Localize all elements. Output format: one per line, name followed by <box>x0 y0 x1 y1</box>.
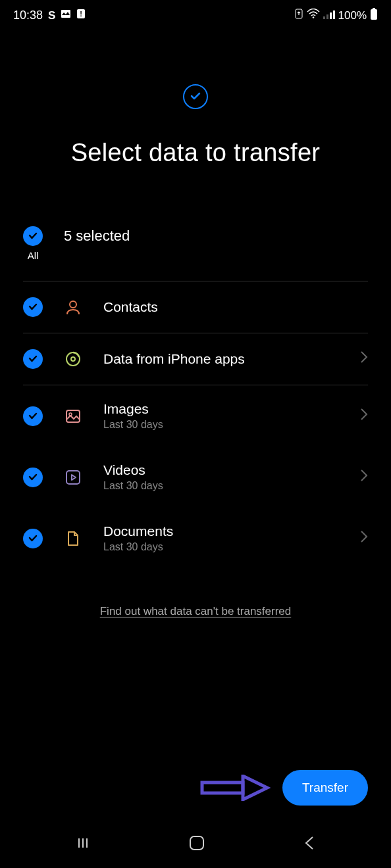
item-subtitle: Last 30 days <box>103 541 339 553</box>
item-row-images[interactable]: ImagesLast 30 days <box>23 385 368 446</box>
svg-point-11 <box>70 301 76 308</box>
appdata-icon <box>64 350 82 368</box>
svg-rect-21 <box>190 836 203 850</box>
documents-icon <box>64 529 82 548</box>
svg-rect-6 <box>326 14 328 19</box>
battery-pct: 100% <box>338 9 367 22</box>
item-title: Images <box>103 401 339 417</box>
chevron-right-icon <box>360 469 368 486</box>
select-all-check[interactable]: All <box>23 226 43 261</box>
contacts-icon <box>64 298 82 316</box>
transfer-button[interactable]: Transfer <box>282 770 368 806</box>
svg-point-4 <box>312 16 314 18</box>
item-text: ImagesLast 30 days <box>103 401 339 431</box>
chevron-right-icon <box>360 408 368 425</box>
item-subtitle: Last 30 days <box>103 419 339 431</box>
check-icon[interactable] <box>23 529 43 548</box>
alert-icon: ! <box>76 9 86 22</box>
select-all-row[interactable]: All 5 selected <box>23 226 368 281</box>
check-icon[interactable] <box>23 406 43 426</box>
svg-rect-9 <box>373 8 375 9</box>
item-title: Contacts <box>103 299 368 315</box>
svg-text:!: ! <box>80 10 83 18</box>
nav-bar <box>0 825 391 861</box>
selected-count: 5 selected <box>64 228 130 245</box>
videos-icon <box>64 468 82 487</box>
check-icon[interactable] <box>23 349 43 369</box>
item-title: Videos <box>103 462 339 478</box>
check-icon[interactable] <box>23 468 43 487</box>
check-icon <box>23 226 43 246</box>
svg-rect-17 <box>202 783 243 793</box>
items-list: ContactsData from iPhone appsImagesLast … <box>23 281 368 569</box>
item-text: VideosLast 30 days <box>103 462 339 492</box>
svg-rect-5 <box>323 16 325 19</box>
nav-back-button[interactable] <box>303 835 316 851</box>
transfer-area: Transfer <box>198 770 368 806</box>
svg-point-13 <box>71 357 75 361</box>
item-text: DocumentsLast 30 days <box>103 523 339 553</box>
item-row-videos[interactable]: VideosLast 30 days <box>23 446 368 508</box>
header-check-icon <box>183 84 208 109</box>
svg-rect-16 <box>66 471 80 484</box>
svg-rect-10 <box>371 9 377 20</box>
images-icon <box>64 407 82 425</box>
svg-rect-14 <box>66 410 80 422</box>
status-right: 100% <box>294 8 378 23</box>
item-subtitle: Last 30 days <box>103 480 339 492</box>
find-out-link[interactable]: Find out what data can't be transferred <box>23 605 368 618</box>
app-icon-s: S <box>48 9 55 22</box>
content-area: All 5 selected ContactsData from iPhone … <box>0 226 391 618</box>
signal-icon <box>323 9 335 22</box>
item-row-documents[interactable]: DocumentsLast 30 days <box>23 508 368 569</box>
item-row-appdata[interactable]: Data from iPhone apps <box>23 333 368 385</box>
battery-icon <box>370 8 378 23</box>
status-bar: 10:38 S ! 100% <box>0 0 391 28</box>
nav-home-button[interactable] <box>188 834 205 852</box>
wifi-icon <box>307 9 320 22</box>
svg-rect-7 <box>330 12 332 19</box>
item-row-contacts[interactable]: Contacts <box>23 281 368 333</box>
item-text: Contacts <box>103 299 368 315</box>
update-icon <box>294 9 303 22</box>
arrow-annotation-icon <box>198 775 271 801</box>
nav-recents-button[interactable] <box>75 835 91 851</box>
chevron-right-icon <box>360 530 368 547</box>
check-icon[interactable] <box>23 297 43 317</box>
status-left: 10:38 S ! <box>13 9 86 22</box>
all-label: All <box>28 250 39 261</box>
svg-rect-0 <box>61 10 70 18</box>
item-text: Data from iPhone apps <box>103 351 339 367</box>
gallery-icon <box>61 9 71 22</box>
status-time: 10:38 <box>13 9 43 22</box>
item-title: Data from iPhone apps <box>103 351 339 367</box>
page-title: Select data to transfer <box>0 139 391 167</box>
item-title: Documents <box>103 523 339 539</box>
header-area: Select data to transfer <box>0 84 391 167</box>
chevron-right-icon <box>360 350 368 368</box>
svg-rect-8 <box>333 11 335 19</box>
